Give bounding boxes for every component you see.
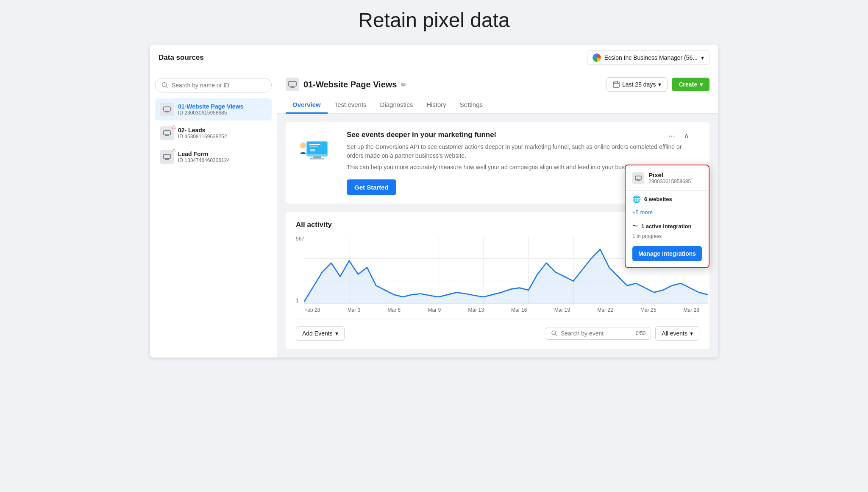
manage-integrations-button[interactable]: Manage Integrations xyxy=(632,246,702,261)
pixel-popup-id: 230030615958685 xyxy=(648,179,691,184)
pixel-icon-small-3: ⚠ xyxy=(160,150,174,164)
tab-settings[interactable]: Settings xyxy=(453,97,490,114)
tab-test-events[interactable]: Test events xyxy=(328,97,373,114)
date-chevron-icon: ▾ xyxy=(658,81,661,88)
x-label-7: Mar 19 xyxy=(554,307,570,313)
sidebar-item-lead-form[interactable]: ⚠ Lead Form ID 1334746460306124 xyxy=(155,146,272,168)
sidebar-item-3-id: ID 1334746460306124 xyxy=(178,157,267,163)
event-search-input[interactable] xyxy=(561,330,629,337)
svg-rect-21 xyxy=(310,158,324,159)
svg-rect-11 xyxy=(289,81,296,86)
main-panel: 01-Website Page Views ✏ Last 28 days ▾ xyxy=(277,71,718,358)
svg-rect-19 xyxy=(307,142,327,154)
pixel-popup-websites-row: 🌐 6 websites xyxy=(626,191,709,207)
pixel-popup-header: Pixel 230030615958685 xyxy=(626,165,709,191)
page-title: Retain pixel data xyxy=(358,8,510,32)
card-collapse-button[interactable]: ∧ xyxy=(680,129,693,142)
panel-header: 01-Website Page Views ✏ Last 28 days ▾ xyxy=(277,71,718,92)
svg-rect-5 xyxy=(164,131,170,135)
sidebar: 01-Website Page Views ID 230030615958685… xyxy=(150,71,277,358)
get-started-button[interactable]: Get Started xyxy=(347,179,396,195)
add-events-label: Add Events xyxy=(302,330,333,337)
create-label: Create xyxy=(679,81,697,88)
main-container: Data sources Ecsion Inc Business Manager… xyxy=(150,45,718,358)
integration-row: 〜 1 active integration xyxy=(626,219,709,233)
data-sources-title: Data sources xyxy=(159,53,204,62)
filter-chevron-icon: ▾ xyxy=(690,330,693,337)
add-events-button[interactable]: Add Events ▾ xyxy=(296,326,345,341)
svg-rect-20 xyxy=(313,157,321,158)
websites-count: 6 websites xyxy=(644,196,672,202)
sidebar-item-1-id: ID 230030615958685 xyxy=(178,110,267,116)
tab-history[interactable]: History xyxy=(420,97,453,114)
sidebar-item-website-page-views[interactable]: 01-Website Page Views ID 230030615958685 xyxy=(155,98,272,120)
svg-line-40 xyxy=(555,334,557,336)
tab-diagnostics[interactable]: Diagnostics xyxy=(373,97,420,114)
x-axis-labels: Feb 28 Mar 3 Mar 6 Mar 9 Mar 13 Mar 16 M… xyxy=(296,307,699,313)
x-label-4: Mar 9 xyxy=(428,307,441,313)
funnel-title: See events deeper in your marketing funn… xyxy=(347,131,699,139)
date-range-button[interactable]: Last 28 days ▾ xyxy=(606,77,668,92)
event-search-box[interactable]: 0/50 xyxy=(546,327,651,340)
chart-y-max: 567 xyxy=(296,236,304,242)
create-chevron-icon: ▾ xyxy=(700,81,703,88)
more-link[interactable]: +5 more xyxy=(626,207,709,219)
funnel-illustration-svg xyxy=(298,133,336,162)
svg-rect-14 xyxy=(613,82,619,87)
svg-rect-25 xyxy=(310,149,315,151)
chevron-down-icon: ▾ xyxy=(701,54,704,61)
integration-icon: 〜 xyxy=(632,222,638,230)
x-label-5: Mar 13 xyxy=(468,307,484,313)
panel-body: See events deeper in your marketing funn… xyxy=(277,114,718,358)
top-bar: Data sources Ecsion Inc Business Manager… xyxy=(150,45,718,71)
date-range-label: Last 28 days xyxy=(622,81,656,88)
sidebar-item-leads[interactable]: ⚠ 02- Leads ID 453081169638252 xyxy=(155,122,272,144)
sidebar-item-1-name: 01-Website Page Views xyxy=(178,103,267,110)
panel-pixel-icon xyxy=(286,78,299,91)
tab-overview[interactable]: Overview xyxy=(286,97,328,114)
x-label-10: Mar 28 xyxy=(684,307,699,313)
card-menu: ··· ∧ xyxy=(665,129,693,142)
sidebar-item-3-name: Lead Form xyxy=(178,151,267,157)
pixel-popup: Pixel 230030615958685 🌐 6 websites +5 mo… xyxy=(625,165,709,268)
content-area: 01-Website Page Views ID 230030615958685… xyxy=(150,71,718,358)
svg-rect-41 xyxy=(635,176,641,180)
panel-title: 01-Website Page Views xyxy=(303,80,397,89)
create-button[interactable]: Create ▾ xyxy=(672,78,709,91)
warning-icon-3: ⚠ xyxy=(172,148,176,154)
svg-rect-2 xyxy=(164,107,170,111)
integration-label: 1 active integration xyxy=(641,223,691,229)
event-filter-button[interactable]: All events ▾ xyxy=(655,326,699,341)
x-label-2: Mar 3 xyxy=(348,307,361,313)
x-label-6: Mar 16 xyxy=(511,307,527,313)
event-filter-label: All events xyxy=(662,330,687,337)
svg-line-1 xyxy=(166,87,168,88)
calendar-icon xyxy=(613,81,620,88)
x-label-8: Mar 22 xyxy=(597,307,613,313)
sidebar-item-2-name: 02- Leads xyxy=(178,127,267,134)
integration-sub: 1 in progress xyxy=(626,233,709,243)
svg-rect-8 xyxy=(164,154,170,159)
tabs-bar: Overview Test events Diagnostics History… xyxy=(277,97,718,114)
chart-y-min: 1 xyxy=(296,298,299,304)
business-selector[interactable]: Ecsion Inc Business Manager (56... ▾ xyxy=(587,50,709,65)
pixel-icon-small-2: ⚠ xyxy=(160,126,174,140)
panel-title-row: 01-Website Page Views ✏ xyxy=(286,78,406,91)
svg-point-22 xyxy=(300,143,306,148)
edit-icon[interactable]: ✏ xyxy=(401,81,406,89)
x-label-1: Feb 28 xyxy=(304,307,320,313)
pixel-icon-small xyxy=(160,103,174,116)
sidebar-item-2-id: ID 453081169638252 xyxy=(178,134,267,140)
funnel-illustration xyxy=(296,131,338,165)
pixel-popup-icon xyxy=(632,172,644,184)
activity-footer: Add Events ▾ 0/50 xyxy=(296,319,699,341)
warning-icon-2: ⚠ xyxy=(172,124,176,130)
pixel-popup-name: Pixel xyxy=(648,171,691,179)
card-more-options[interactable]: ··· xyxy=(665,129,679,142)
globe-icon: 🌐 xyxy=(632,195,641,203)
search-box[interactable] xyxy=(155,78,272,92)
search-input[interactable] xyxy=(172,82,265,89)
header-actions: Last 28 days ▾ Create ▾ xyxy=(606,77,709,92)
event-count: 0/50 xyxy=(632,330,645,336)
event-search-icon xyxy=(551,330,557,336)
